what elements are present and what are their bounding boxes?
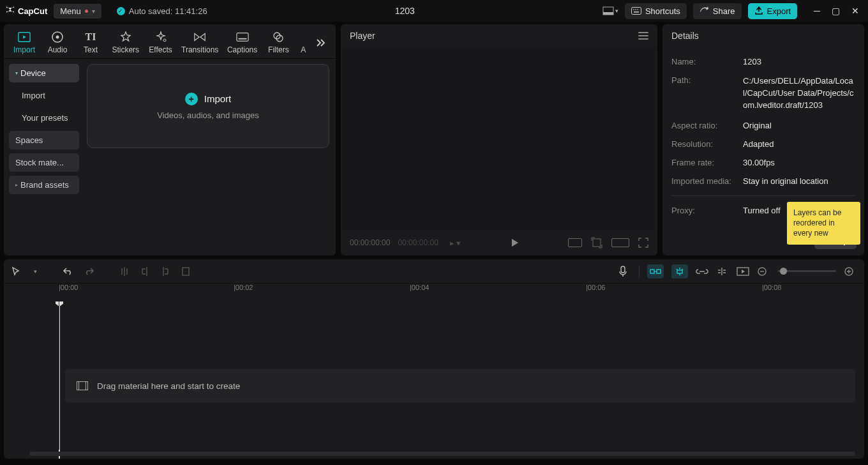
layout-preset-icon[interactable]: ▾ <box>602 6 618 15</box>
clip-icon <box>77 381 88 390</box>
caret-right-icon: ▸ <box>15 182 18 188</box>
svg-point-13 <box>274 33 280 39</box>
svg-rect-17 <box>621 266 625 273</box>
svg-rect-2 <box>631 8 641 15</box>
player-viewport[interactable] <box>342 47 656 230</box>
align-tool[interactable] <box>716 267 729 276</box>
tab-effects[interactable]: Effects <box>146 27 176 58</box>
sidebar-item-stock[interactable]: Stock mate... <box>9 153 79 172</box>
sidebar-item-spaces[interactable]: Spaces <box>9 131 79 149</box>
zoom-dropdown[interactable]: ▸ ▾ <box>450 238 461 248</box>
scale-icon[interactable] <box>591 237 602 248</box>
tab-captions[interactable]: Captions <box>224 27 261 58</box>
sidebar-item-brand[interactable]: ▸Brand assets <box>9 176 79 194</box>
timeline-toolbar: ▾ <box>4 259 864 284</box>
player-header: Player <box>341 24 657 47</box>
tab-audio[interactable]: Audio <box>42 27 73 58</box>
text-icon: TI <box>84 31 97 43</box>
trim-left-tool[interactable] <box>140 266 153 277</box>
mic-tool[interactable] <box>618 266 631 277</box>
timeline-scrollbar[interactable] <box>29 452 855 456</box>
ratio-wide-icon[interactable] <box>611 238 629 247</box>
tab-truncated[interactable]: A <box>296 27 309 58</box>
svg-rect-15 <box>593 239 601 247</box>
select-tool[interactable] <box>11 266 24 277</box>
zoom-in-button[interactable] <box>844 266 857 277</box>
svg-point-4 <box>635 9 636 10</box>
details-title: Details <box>671 31 699 41</box>
link-tool[interactable] <box>696 268 708 275</box>
timeline-body[interactable]: Drag material here and start to create <box>4 301 864 459</box>
tabs-more-button[interactable] <box>311 34 331 52</box>
close-button[interactable]: ✕ <box>851 6 859 16</box>
details-body: Name:1203 Path:C:/Users/DELL/AppData/Loc… <box>662 47 864 228</box>
svg-rect-20 <box>677 270 682 273</box>
check-icon: ✓ <box>117 7 125 15</box>
trim-right-tool[interactable] <box>161 266 174 277</box>
zoom-slider[interactable] <box>777 270 836 272</box>
delete-tool[interactable] <box>181 266 194 277</box>
detail-row-aspect: Aspect ratio:Original <box>671 116 855 135</box>
svg-rect-19 <box>657 270 661 273</box>
player-panel: Player 00:00:00:00 00:00:00:00 ▸ ▾ <box>341 24 657 255</box>
svg-rect-16 <box>183 268 189 275</box>
share-icon <box>700 6 709 15</box>
timeline-drop-track[interactable]: Drag material here and start to create <box>65 369 855 402</box>
tab-import[interactable]: Import <box>9 27 40 58</box>
sidebar-item-presets[interactable]: Your presets <box>9 109 79 127</box>
tab-filters[interactable]: Filters <box>263 27 294 58</box>
undo-button[interactable] <box>63 266 75 277</box>
svg-point-3 <box>633 9 634 10</box>
svg-point-5 <box>637 9 638 10</box>
share-button[interactable]: Share <box>693 3 742 19</box>
svg-point-9 <box>56 36 59 39</box>
import-dropzone[interactable]: + Import Videos, audios, and images <box>87 64 329 148</box>
sidebar-item-import[interactable]: Import <box>9 86 79 105</box>
ratio-icon[interactable] <box>568 238 582 247</box>
timeline-panel: ▾ |00:00 |00:02 |00:04 |00:06 |00:08 Dra… <box>4 259 864 459</box>
maximize-button[interactable]: ▢ <box>832 6 840 16</box>
play-button[interactable] <box>509 238 520 248</box>
capcut-icon <box>5 6 15 16</box>
titlebar: CapCut Menu ▾ ✓ Auto saved: 11:41:26 120… <box>0 0 868 22</box>
shortcuts-button[interactable]: Shortcuts <box>625 3 687 19</box>
split-tool[interactable] <box>120 266 133 277</box>
select-tool-dropdown[interactable]: ▾ <box>32 268 38 275</box>
tab-text[interactable]: TI Text <box>75 27 106 58</box>
magnet-main-tool[interactable] <box>647 264 664 278</box>
svg-rect-1 <box>603 12 613 15</box>
media-panel: Import Audio TI Text Stickers Effects Tr… <box>4 24 336 255</box>
player-controls: 00:00:00:00 00:00:00:00 ▸ ▾ <box>341 230 657 255</box>
chevron-down-icon: ▾ <box>92 8 95 15</box>
main-row: Import Audio TI Text Stickers Effects Tr… <box>0 22 868 255</box>
svg-rect-11 <box>237 33 248 42</box>
app-logo: CapCut <box>5 6 47 16</box>
minimize-button[interactable]: ─ <box>814 6 820 16</box>
player-menu-icon[interactable] <box>638 32 648 40</box>
tab-stickers[interactable]: Stickers <box>108 27 143 58</box>
time-current: 00:00:00:00 <box>350 238 390 247</box>
preview-tool[interactable] <box>737 267 749 276</box>
timeline-ruler[interactable]: |00:00 |00:02 |00:04 |00:06 |00:08 <box>4 284 864 301</box>
keyboard-icon <box>631 7 641 15</box>
media-sidebar: ▾Device Import Your presets Spaces Stock… <box>4 59 84 255</box>
import-icon <box>18 31 31 43</box>
svg-rect-6 <box>634 11 639 13</box>
magnet-snap-tool[interactable] <box>671 264 688 278</box>
detail-row-framerate: Frame rate:30.00fps <box>671 153 855 172</box>
tab-transitions[interactable]: Transitions <box>179 27 221 58</box>
filters-icon <box>272 31 285 43</box>
export-button[interactable]: Export <box>748 3 798 19</box>
menu-button[interactable]: Menu ▾ <box>54 4 101 19</box>
zoom-out-button[interactable] <box>757 266 770 277</box>
sidebar-item-device[interactable]: ▾Device <box>9 64 79 82</box>
detail-row-name: Name:1203 <box>671 52 855 71</box>
fullscreen-icon[interactable] <box>638 238 648 248</box>
media-panel-body: ▾Device Import Your presets Spaces Stock… <box>4 59 336 255</box>
import-area: + Import Videos, audios, and images <box>84 59 336 255</box>
app-name: CapCut <box>18 6 47 16</box>
redo-button[interactable] <box>83 266 96 277</box>
stickers-icon <box>119 31 132 43</box>
detail-separator <box>671 195 855 196</box>
menu-dot-indicator <box>85 10 88 13</box>
